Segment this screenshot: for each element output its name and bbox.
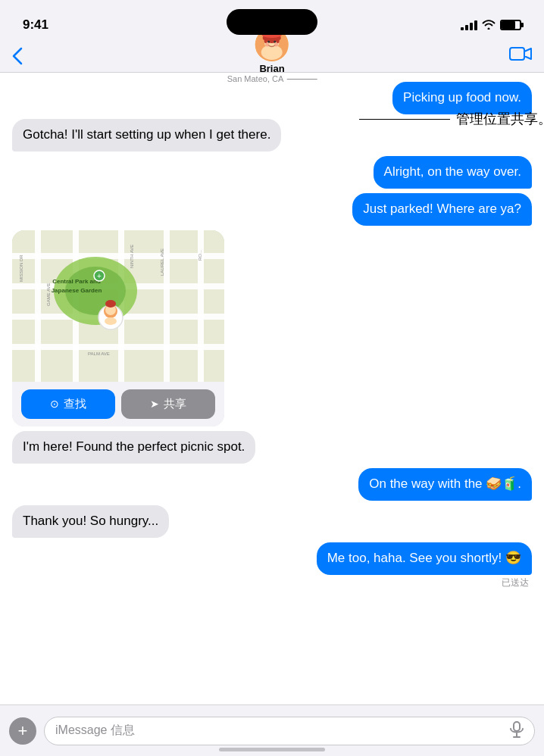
message-text-7: On the way with the 🥪🧃. [369, 476, 521, 491]
nav-center[interactable]: Brian San Mateo, CA [227, 28, 317, 83]
signal-bars-icon [461, 20, 477, 30]
message-text-2: Gotcha! I'll start setting up when I get… [23, 127, 270, 142]
signal-bar-2 [465, 25, 468, 30]
share-location-button[interactable]: ➤ 共享 [121, 389, 215, 419]
nav-bar: Brian San Mateo, CA [0, 39, 544, 73]
svg-text:GAME AVE: GAME AVE [46, 283, 51, 306]
svg-point-11 [275, 43, 279, 47]
message-row-6: I'm here! Found the perfect picnic spot. [12, 431, 532, 464]
annotation-line [359, 119, 450, 120]
signal-bar-3 [470, 23, 473, 30]
message-bubble-4[interactable]: Just parked! Where are ya? [352, 193, 532, 226]
annotation: 管理位置共享。 [359, 110, 544, 128]
message-text-9: Me too, haha. See you shortly! 😎 [327, 551, 521, 565]
phone-frame: 9:41 [0, 0, 544, 756]
add-button[interactable]: + [9, 717, 36, 745]
find-label: 查找 [64, 397, 86, 411]
annotation-text: 管理位置共享。 [456, 110, 544, 128]
svg-text:PALM AVE: PALM AVE [88, 351, 110, 356]
add-icon: + [18, 721, 28, 741]
back-button[interactable] [12, 47, 23, 65]
battery-icon [500, 20, 521, 30]
svg-rect-18 [35, 230, 41, 382]
svg-text:NINTH AVE: NINTH AVE [130, 245, 134, 268]
find-button[interactable]: ⊙ 查找 [21, 389, 115, 419]
message-row-8: Thank you! So hungry... [12, 505, 532, 538]
svg-text:+: + [97, 272, 102, 280]
svg-text:MISSION DR: MISSION DR [19, 254, 23, 281]
message-text-3: Alright, on the way over. [384, 164, 521, 179]
wifi-icon [482, 19, 496, 32]
svg-rect-40 [514, 722, 520, 731]
dynamic-island [227, 9, 317, 35]
contact-location: San Mateo, CA [227, 74, 284, 83]
message-row-3: Alright, on the way over. [12, 156, 532, 189]
message-input[interactable]: iMessage 信息 [44, 717, 535, 745]
status-time: 9:41 [23, 17, 48, 33]
share-label: 共享 [164, 397, 186, 411]
svg-point-9 [274, 41, 277, 43]
svg-point-38 [105, 300, 116, 308]
message-row-5: Central Park and Japanese Garden + MISSI… [12, 230, 532, 426]
message-row-7: On the way with the 🥪🧃. [12, 468, 532, 501]
svg-text:Central Park and: Central Park and [52, 278, 101, 285]
message-bubble-3[interactable]: Alright, on the way over. [374, 156, 532, 189]
svg-text:Japanese Garden: Japanese Garden [52, 287, 102, 294]
message-bubble-2[interactable]: Gotcha! I'll start setting up when I get… [12, 119, 281, 152]
delivered-label: 已送达 [502, 576, 532, 589]
message-text-1: Picking up food now. [403, 90, 521, 105]
message-bubble-6[interactable]: I'm here! Found the perfect picnic spot. [12, 431, 255, 464]
video-call-button[interactable] [509, 45, 532, 66]
map-image: Central Park and Japanese Garden + MISSI… [12, 230, 224, 382]
notch-area: 9:41 [0, 0, 544, 39]
svg-point-8 [268, 41, 270, 43]
message-bubble-7[interactable]: On the way with the 🥪🧃. [358, 468, 532, 501]
svg-rect-12 [510, 48, 524, 60]
message-text-4: Just parked! Where are ya? [363, 201, 521, 216]
map-bubble[interactable]: Central Park and Japanese Garden + MISSI… [12, 230, 224, 426]
share-icon: ➤ [150, 398, 159, 410]
mic-button[interactable] [510, 721, 524, 741]
svg-point-10 [266, 43, 270, 47]
signal-bar-1 [461, 27, 464, 30]
message-row-4: Just parked! Where are ya? [12, 193, 532, 226]
signal-bar-4 [474, 20, 477, 30]
svg-point-39 [105, 317, 117, 325]
battery-fill [502, 21, 515, 29]
svg-rect-21 [164, 230, 170, 382]
status-icons [461, 19, 521, 32]
home-indicator [219, 748, 325, 751]
contact-name: Brian [259, 63, 284, 74]
map-buttons: ⊙ 查找 ➤ 共享 [12, 382, 224, 426]
message-row-9-bubble: Me too, haha. See you shortly! 😎 [12, 542, 532, 575]
message-bubble-9[interactable]: Me too, haha. See you shortly! 😎 [317, 542, 532, 575]
location-line [286, 79, 317, 80]
find-icon: ⊙ [50, 398, 59, 410]
message-bubble-8[interactable]: Thank you! So hungry... [12, 505, 169, 538]
svg-text:RO...: RO... [198, 249, 202, 260]
input-placeholder: iMessage 信息 [55, 723, 135, 739]
svg-text:LAUREL AVE: LAUREL AVE [160, 248, 164, 276]
message-text-8: Thank you! So hungry... [23, 514, 158, 528]
messages-area: Picking up food now. Gotcha! I'll start … [0, 73, 544, 682]
message-row-9: Me too, haha. See you shortly! 😎 已送达 [12, 542, 532, 589]
message-text-6: I'm here! Found the perfect picnic spot. [23, 439, 245, 454]
